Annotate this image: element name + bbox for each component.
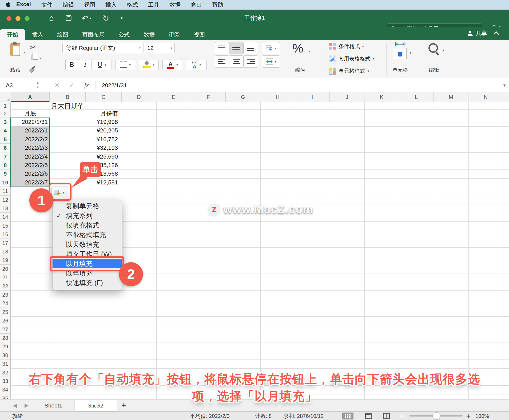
menu-item-3[interactable]: 仅填充格式 <box>53 220 122 230</box>
select-all-corner[interactable] <box>0 92 11 102</box>
row-header-22[interactable]: 22 <box>0 282 11 290</box>
paste-dropdown-icon[interactable]: ▾ <box>23 51 25 54</box>
bold-button[interactable]: B <box>65 59 78 70</box>
cut-icon[interactable]: ✂ <box>30 43 36 52</box>
font-color-button[interactable]: A ▾ <box>162 59 182 70</box>
menu-item-4[interactable]: 不带格式填充 <box>53 230 122 240</box>
row-header-30[interactable]: 30 <box>0 351 11 360</box>
row-header-1[interactable]: 1 <box>0 102 11 109</box>
ribbon-tab-视图[interactable]: 视图 <box>187 29 212 40</box>
row-header-14[interactable]: 14 <box>0 213 11 221</box>
align-top-button[interactable] <box>215 42 229 54</box>
conditional-format-button[interactable]: 条件格式▾ <box>329 43 364 50</box>
row-header-3[interactable]: 3 <box>0 118 11 126</box>
menubar-item-10[interactable]: 帮助 <box>207 1 228 9</box>
cell-C3[interactable]: ¥19,998 <box>86 118 122 126</box>
column-header-J[interactable]: J <box>330 92 364 102</box>
insert-function-icon[interactable]: fx <box>84 78 89 92</box>
zoom-in-button[interactable]: + <box>466 412 470 420</box>
column-header-D[interactable]: D <box>122 92 156 102</box>
row-header-12[interactable]: 12 <box>0 196 11 204</box>
wrap-text-button[interactable]: ▾ <box>262 42 280 54</box>
normal-view-button[interactable] <box>342 413 353 419</box>
menu-item-1[interactable]: 复制单元格 <box>53 201 122 211</box>
align-middle-button[interactable] <box>229 42 244 54</box>
align-right-button[interactable] <box>244 55 258 68</box>
row-header-20[interactable]: 20 <box>0 265 11 273</box>
column-header-A[interactable]: A <box>11 92 50 102</box>
row-header-26[interactable]: 26 <box>0 316 11 325</box>
ribbon-tab-插入[interactable]: 插入 <box>25 29 50 40</box>
column-header-O[interactable]: O <box>503 92 509 102</box>
format-as-table-button[interactable]: 套用表格格式▾ <box>329 55 375 62</box>
row-header-7[interactable]: 7 <box>0 152 11 161</box>
ribbon-tab-审阅[interactable]: 审阅 <box>162 29 187 40</box>
fill-color-button[interactable]: ▾ <box>139 59 159 70</box>
cell-styles-button[interactable]: 单元格样式▾ <box>329 67 369 75</box>
italic-button[interactable]: I <box>79 59 92 70</box>
borders-button[interactable]: ▾ <box>116 59 135 70</box>
column-header-M[interactable]: M <box>434 92 468 102</box>
menubar-item-8[interactable]: 数据 <box>164 1 186 9</box>
row-header-5[interactable]: 5 <box>0 135 11 144</box>
align-bottom-button[interactable] <box>244 42 258 54</box>
percent-style-button[interactable]: % <box>292 41 303 55</box>
ribbon-tab-开始[interactable]: 开始 <box>0 29 25 40</box>
menubar-item-4[interactable]: 视图 <box>79 1 100 9</box>
cell-C7[interactable]: ¥25,690 <box>86 152 122 161</box>
column-header-I[interactable]: I <box>295 92 330 102</box>
clear-format-button[interactable]: abc A ▾ <box>186 59 207 70</box>
edit-dropdown-icon[interactable]: ▾ <box>443 49 444 52</box>
column-header-E[interactable]: E <box>156 92 191 102</box>
percent-dropdown-icon[interactable]: ▾ <box>309 50 311 53</box>
menubar-item-3[interactable]: 编辑 <box>58 1 79 9</box>
cell-title[interactable]: 月末日期值 <box>50 102 86 109</box>
menu-item-5[interactable]: 以天数填充 <box>53 240 122 249</box>
row-header-9[interactable]: 9 <box>0 169 11 178</box>
menubar-item-5[interactable]: 插入 <box>100 1 122 9</box>
row-header-27[interactable]: 27 <box>0 325 11 334</box>
row-header-11[interactable]: 11 <box>0 187 11 195</box>
row-header-21[interactable]: 21 <box>0 273 11 282</box>
row-header-15[interactable]: 15 <box>0 221 11 230</box>
ribbon-tab-公式[interactable]: 公式 <box>112 29 137 40</box>
row-header-23[interactable]: 23 <box>0 290 11 299</box>
row-header-16[interactable]: 16 <box>0 230 11 239</box>
apple-logo-icon[interactable] <box>6 1 11 9</box>
align-left-button[interactable] <box>215 55 229 68</box>
page-layout-view-button[interactable] <box>363 413 374 419</box>
row-header-2[interactable]: 2 <box>0 109 11 118</box>
zoom-out-button[interactable]: − <box>400 412 404 420</box>
menu-item-2[interactable]: ✓填充系列 <box>53 211 122 220</box>
formula-bar-value[interactable]: 2022/1/31 <box>102 78 127 92</box>
cancel-entry-icon[interactable]: ✕ <box>54 78 60 92</box>
share-group[interactable]: 共享 <box>468 27 498 40</box>
column-header-F[interactable]: F <box>191 92 226 102</box>
row-header-6[interactable]: 6 <box>0 144 11 152</box>
copy-dropdown-icon[interactable]: ▾ <box>39 56 41 60</box>
merge-cells-button[interactable]: ▾ <box>262 55 280 68</box>
menubar-item-6[interactable]: 格式 <box>122 1 143 9</box>
menubar-item-7[interactable]: 工具 <box>143 1 164 9</box>
row-header-28[interactable]: 28 <box>0 334 11 342</box>
column-header-H[interactable]: H <box>260 92 295 102</box>
cell-A2[interactable]: 月底 <box>11 109 50 118</box>
paste-button[interactable] <box>7 43 23 62</box>
row-header-24[interactable]: 24 <box>0 299 11 308</box>
page-break-view-button[interactable] <box>381 413 392 419</box>
zoom-slider-knob[interactable] <box>433 412 440 420</box>
column-header-B[interactable]: B <box>50 92 86 102</box>
menubar-item-2[interactable]: 文件 <box>36 1 58 9</box>
row-header-13[interactable]: 13 <box>0 204 11 213</box>
cell-C6[interactable]: ¥32,193 <box>86 144 122 152</box>
column-header-C[interactable]: C <box>86 92 122 102</box>
column-header-L[interactable]: L <box>399 92 434 102</box>
row-header-4[interactable]: 4 <box>0 126 11 135</box>
confirm-entry-icon[interactable]: ✓ <box>69 78 74 92</box>
font-size-select[interactable]: 12▾ <box>144 43 175 53</box>
font-name-select[interactable]: 等线 Regular (正文)▾ <box>62 43 143 53</box>
row-header-19[interactable]: 19 <box>0 256 11 264</box>
column-header-N[interactable]: N <box>468 92 503 102</box>
ribbon-tab-绘图[interactable]: 绘图 <box>50 29 75 40</box>
row-header-25[interactable]: 25 <box>0 308 11 316</box>
